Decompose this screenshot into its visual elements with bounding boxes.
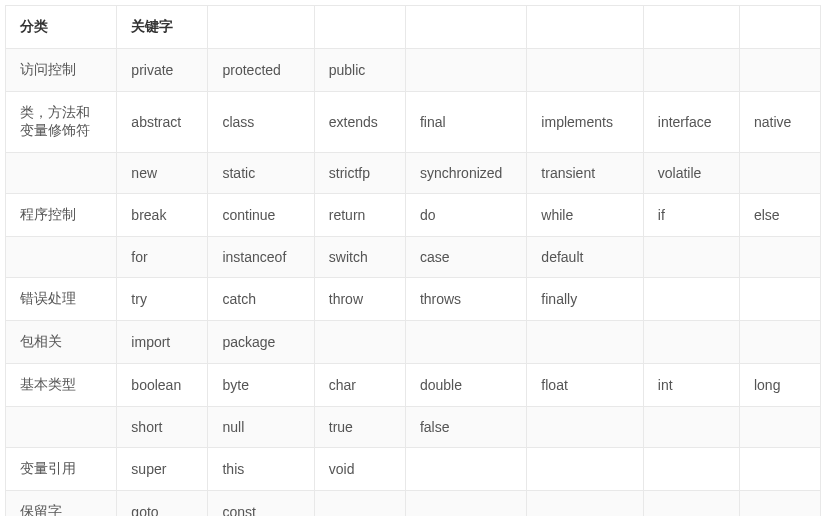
keyword-cell: try [117, 278, 208, 321]
keyword-cell: super [117, 448, 208, 491]
keyword-cell: this [208, 448, 314, 491]
keyword-cell: new [117, 153, 208, 194]
keyword-cell [405, 49, 526, 92]
keyword-cell [739, 278, 820, 321]
keyword-cell: interface [643, 92, 739, 153]
keyword-cell [739, 491, 820, 517]
table-row: 包相关importpackage [6, 321, 821, 364]
keyword-cell: int [643, 364, 739, 407]
keyword-cell: package [208, 321, 314, 364]
header-cell [405, 6, 526, 49]
category-cell: 变量引用 [6, 448, 117, 491]
keyword-cell: throws [405, 278, 526, 321]
keyword-cell [527, 448, 643, 491]
header-keyword: 关键字 [117, 6, 208, 49]
keyword-cell: case [405, 237, 526, 278]
keyword-cell [405, 448, 526, 491]
keyword-cell: if [643, 194, 739, 237]
category-cell: 错误处理 [6, 278, 117, 321]
table-row: 变量引用superthisvoid [6, 448, 821, 491]
keyword-cell [739, 321, 820, 364]
keyword-cell [527, 407, 643, 448]
keyword-cell [527, 321, 643, 364]
keyword-cell: finally [527, 278, 643, 321]
keyword-cell: float [527, 364, 643, 407]
keyword-cell: native [739, 92, 820, 153]
keyword-cell [739, 49, 820, 92]
keyword-cell: null [208, 407, 314, 448]
keyword-cell: throw [314, 278, 405, 321]
keyword-cell [314, 491, 405, 517]
keyword-cell [643, 278, 739, 321]
keyword-cell: abstract [117, 92, 208, 153]
keyword-cell: strictfp [314, 153, 405, 194]
header-cell [739, 6, 820, 49]
table-row: 基本类型booleanbytechardoublefloatintlong [6, 364, 821, 407]
keyword-cell: return [314, 194, 405, 237]
keyword-cell [739, 237, 820, 278]
table-row: 程序控制breakcontinuereturndowhileifelse [6, 194, 821, 237]
keyword-cell: extends [314, 92, 405, 153]
category-cell: 基本类型 [6, 364, 117, 407]
category-cell [6, 153, 117, 194]
keyword-cell: final [405, 92, 526, 153]
keyword-cell [739, 153, 820, 194]
keyword-cell: static [208, 153, 314, 194]
keyword-cell: long [739, 364, 820, 407]
category-cell [6, 407, 117, 448]
keyword-cell: protected [208, 49, 314, 92]
table-row: 错误处理trycatchthrowthrowsfinally [6, 278, 821, 321]
table-row: 保留字gotoconst [6, 491, 821, 517]
keyword-cell [739, 407, 820, 448]
keyword-cell: volatile [643, 153, 739, 194]
keyword-cell [643, 491, 739, 517]
keyword-cell: private [117, 49, 208, 92]
keyword-cell: class [208, 92, 314, 153]
keyword-cell: const [208, 491, 314, 517]
keyword-cell: instanceof [208, 237, 314, 278]
keyword-cell: public [314, 49, 405, 92]
category-cell: 包相关 [6, 321, 117, 364]
keyword-cell: byte [208, 364, 314, 407]
keyword-cell: do [405, 194, 526, 237]
table-row: forinstanceofswitchcasedefault [6, 237, 821, 278]
keyword-cell: while [527, 194, 643, 237]
keyword-cell: continue [208, 194, 314, 237]
table-row: shortnulltruefalse [6, 407, 821, 448]
keyword-cell: switch [314, 237, 405, 278]
table-row: 类，方法和变量修饰符abstractclassextendsfinalimple… [6, 92, 821, 153]
keyword-cell [527, 49, 643, 92]
keyword-cell: implements [527, 92, 643, 153]
keyword-cell: import [117, 321, 208, 364]
category-cell: 访问控制 [6, 49, 117, 92]
keyword-cell: false [405, 407, 526, 448]
keyword-cell: else [739, 194, 820, 237]
keyword-cell: transient [527, 153, 643, 194]
keyword-cell [405, 491, 526, 517]
keyword-cell: default [527, 237, 643, 278]
keyword-cell [739, 448, 820, 491]
header-cell [314, 6, 405, 49]
category-cell: 类，方法和变量修饰符 [6, 92, 117, 153]
header-cell [643, 6, 739, 49]
keyword-cell [643, 407, 739, 448]
keyword-cell [643, 237, 739, 278]
keywords-table: 分类 关键字 访问控制privateprotectedpublic类，方法和变量… [5, 5, 821, 516]
keyword-cell: synchronized [405, 153, 526, 194]
keyword-cell: catch [208, 278, 314, 321]
header-cell [527, 6, 643, 49]
keyword-cell: char [314, 364, 405, 407]
keyword-cell: true [314, 407, 405, 448]
header-category: 分类 [6, 6, 117, 49]
keyword-cell: break [117, 194, 208, 237]
header-row: 分类 关键字 [6, 6, 821, 49]
keyword-cell [643, 321, 739, 364]
category-cell: 保留字 [6, 491, 117, 517]
keyword-cell [643, 448, 739, 491]
table-row: newstaticstrictfpsynchronizedtransientvo… [6, 153, 821, 194]
keyword-cell [405, 321, 526, 364]
keyword-cell: double [405, 364, 526, 407]
keyword-cell [643, 49, 739, 92]
header-cell [208, 6, 314, 49]
table-row: 访问控制privateprotectedpublic [6, 49, 821, 92]
